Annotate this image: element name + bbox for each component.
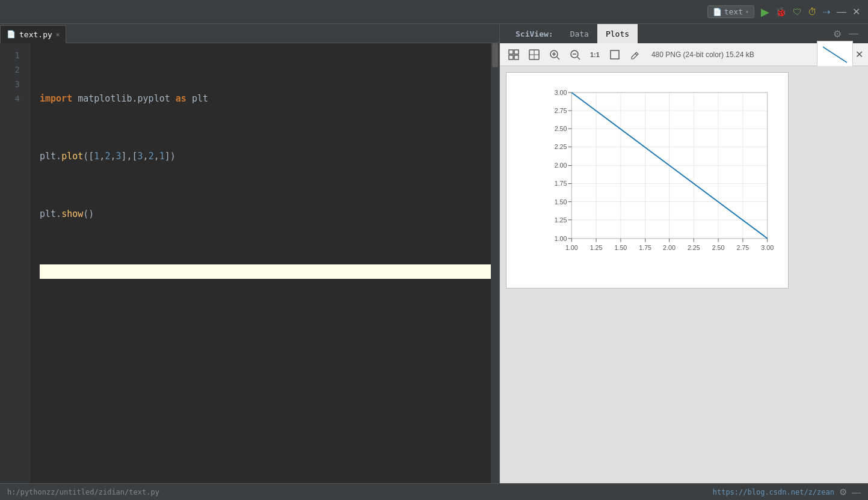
- identifier-plt-3: plt: [40, 207, 56, 221]
- coverage-button[interactable]: 🛡: [790, 4, 805, 19]
- status-path: h:/pythonzz/untitled/zidian/text.py: [7, 488, 159, 496]
- comma-2: ,: [110, 149, 115, 163]
- code-content[interactable]: import matplotlib.pyplot as plt plt . pl…: [30, 43, 491, 483]
- paren-close-2: ): [170, 149, 176, 163]
- svg-rect-2: [509, 55, 513, 59]
- thumbnail-preview: [817, 41, 853, 68]
- border-button[interactable]: [606, 47, 624, 62]
- image-info-label: 480 PNG (24-bit color) 15.24 kB: [651, 50, 754, 59]
- alias-plt: plt: [192, 91, 208, 106]
- method-plot: plot: [61, 149, 83, 163]
- svg-text:3.00: 3.00: [555, 89, 567, 96]
- sciview-panel: SciView: Data Plots ⚙ — 1:1: [499, 24, 868, 483]
- svg-text:2.25: 2.25: [555, 143, 567, 150]
- dot-2: .: [56, 149, 61, 163]
- status-link: https://blog.csdn.net/z/zean: [713, 488, 834, 496]
- bracket-open-2: [: [132, 149, 138, 163]
- comma-1: ,: [99, 149, 105, 163]
- fit-page-button[interactable]: [505, 47, 523, 62]
- run-config-dropdown-arrow: ▾: [745, 8, 749, 15]
- thumbnail-area: ✕: [817, 41, 863, 68]
- comma-5: ,: [154, 149, 159, 163]
- num-4: 3: [138, 149, 143, 163]
- line-number-4: 4: [0, 91, 25, 106]
- svg-text:1.75: 1.75: [555, 180, 567, 187]
- svg-rect-17: [537, 81, 782, 268]
- method-show: show: [61, 207, 83, 221]
- svg-line-13: [577, 57, 580, 59]
- paren-open-3: (: [83, 207, 88, 221]
- num-1: 1: [94, 149, 99, 163]
- sciview-tab-data[interactable]: Data: [562, 24, 597, 43]
- actual-size-button[interactable]: 1:1: [586, 49, 603, 61]
- sciview-minimize-button[interactable]: —: [846, 27, 861, 41]
- num-2: 2: [105, 149, 110, 163]
- num-3: 3: [115, 149, 121, 163]
- plot-container: 3.00 2.75 2.50 2.25 2.00 1.75 1.50 1.25 …: [506, 72, 789, 288]
- line-number-2: 2: [0, 62, 25, 77]
- sciview-tab-plots[interactable]: Plots: [597, 24, 638, 43]
- svg-rect-3: [514, 55, 519, 59]
- status-minimize-button[interactable]: —: [852, 487, 861, 497]
- grid-button[interactable]: [525, 47, 543, 62]
- identifier-plt-2: plt: [40, 149, 56, 163]
- svg-line-15: [635, 53, 637, 55]
- bracket-close-1: ]: [121, 149, 126, 163]
- status-bar: h:/pythonzz/untitled/zidian/text.py http…: [0, 483, 868, 500]
- svg-rect-14: [611, 50, 619, 59]
- svg-text:2.75: 2.75: [555, 107, 567, 114]
- topbar-close-button[interactable]: ✕: [849, 4, 863, 20]
- svg-text:2.00: 2.00: [555, 162, 567, 169]
- svg-text:2.25: 2.25: [688, 244, 700, 251]
- keyword-import: import: [40, 91, 72, 106]
- svg-text:2.00: 2.00: [663, 244, 676, 251]
- svg-text:2.75: 2.75: [737, 244, 749, 251]
- svg-line-10: [557, 57, 559, 59]
- tab-label: text.py: [19, 30, 52, 39]
- top-bar: 📄 text ▾ ▶ 🐞 🛡 ⏱ ⇢ — ✕: [0, 0, 868, 24]
- zoom-in-button[interactable]: [546, 47, 564, 62]
- run-button[interactable]: ▶: [758, 3, 772, 21]
- run-target-button[interactable]: ⇢: [820, 4, 834, 20]
- bracket-open-1: [: [88, 149, 94, 163]
- editor-scrollbar[interactable]: [491, 43, 499, 483]
- editor-tab-text-py[interactable]: 📄 text.py ✕: [0, 25, 66, 43]
- bracket-close-2: ]: [165, 149, 170, 163]
- sciview-settings-button[interactable]: ⚙: [831, 27, 844, 41]
- svg-rect-1: [514, 50, 519, 54]
- comma-3: ,: [127, 149, 132, 163]
- tab-file-icon: 📄: [7, 30, 16, 38]
- comma-4: ,: [143, 149, 149, 163]
- code-area: 1 2 3 4 import matplotlib.pyplot as plt: [0, 43, 499, 483]
- svg-text:3.00: 3.00: [761, 244, 774, 251]
- zoom-out-button[interactable]: [566, 47, 584, 62]
- line-number-3: 3: [0, 77, 25, 91]
- status-bar-right: https://blog.csdn.net/z/zean ⚙ —: [713, 487, 861, 498]
- run-config-label: text: [724, 7, 743, 16]
- code-line-4: [40, 264, 491, 279]
- scrollbar-thumb[interactable]: [492, 43, 498, 67]
- editor-panel: 📄 text.py ✕ 1 2 3 4 import matplotlib.py…: [0, 24, 499, 483]
- editor-tab-bar: 📄 text.py ✕: [0, 24, 499, 43]
- num-5: 2: [149, 149, 154, 163]
- plot-area: 3.00 2.75 2.50 2.25 2.00 1.75 1.50 1.25 …: [500, 66, 868, 483]
- run-config[interactable]: 📄 text ▾: [707, 5, 754, 18]
- profile-button[interactable]: ⏱: [805, 4, 820, 19]
- plots-toolbar: 1:1 480 PNG (24-bit color) 15.24 kB ✕: [500, 43, 868, 66]
- debug-button[interactable]: 🐞: [772, 4, 790, 20]
- module-matplotlib: matplotlib.pyplot: [78, 91, 170, 106]
- sciview-header: SciView: Data Plots ⚙ —: [500, 24, 868, 43]
- main-area: 📄 text.py ✕ 1 2 3 4 import matplotlib.py…: [0, 24, 868, 483]
- svg-text:1.00: 1.00: [555, 235, 567, 242]
- sciview-settings: ⚙ —: [831, 27, 861, 41]
- tab-close-button[interactable]: ✕: [56, 31, 60, 38]
- status-settings-button[interactable]: ⚙: [839, 487, 847, 498]
- num-6: 1: [159, 149, 165, 163]
- thumbnail-close-button[interactable]: ✕: [855, 49, 863, 60]
- chart-svg: 3.00 2.75 2.50 2.25 2.00 1.75 1.50 1.25 …: [537, 79, 782, 270]
- topbar-minimize-button[interactable]: —: [834, 4, 849, 20]
- edit-button[interactable]: [626, 47, 644, 62]
- paren-close-3: ): [88, 207, 94, 221]
- code-line-1: import matplotlib.pyplot as plt: [40, 91, 491, 106]
- paren-open-2: (: [83, 149, 88, 163]
